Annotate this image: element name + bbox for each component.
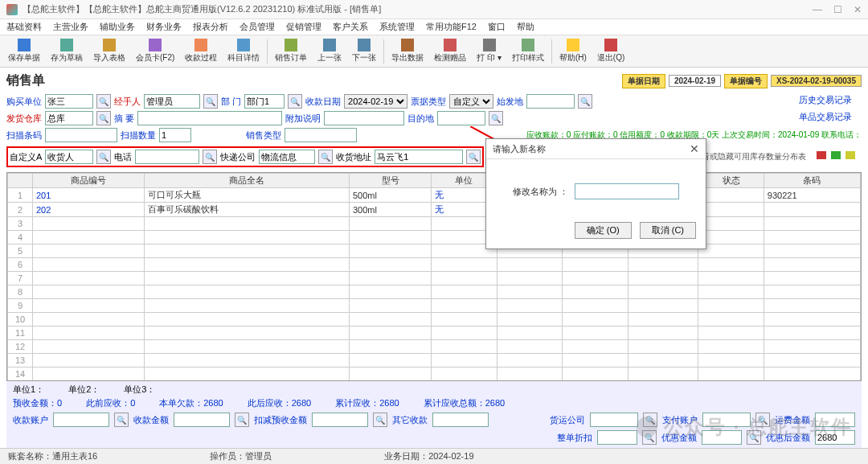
pay-acct-input[interactable] — [702, 413, 751, 427]
toolbar-pay-button[interactable]: 收款过程 — [180, 37, 222, 65]
column-header[interactable]: 条码 — [764, 174, 860, 188]
toolbar-draft-button[interactable]: 存为草稿 — [46, 37, 88, 65]
toolbar-gift-button[interactable]: 检测赠品 — [429, 37, 471, 65]
dept-input[interactable] — [244, 94, 285, 109]
search-icon[interactable]: 🔍 — [288, 94, 302, 109]
recv-addr-input[interactable] — [375, 150, 463, 164]
menu-item[interactable]: 系统管理 — [379, 21, 415, 33]
toolbar-export-button[interactable]: 导出数据 — [387, 37, 428, 65]
table-row[interactable]: 6 — [8, 258, 861, 272]
search-icon[interactable]: 🔍 — [578, 94, 592, 109]
column-header[interactable]: 商品全名 — [145, 174, 350, 188]
search-icon[interactable]: 🔍 — [203, 94, 218, 109]
menu-item[interactable]: 帮助 — [517, 21, 534, 33]
table-row[interactable]: 5 — [8, 244, 861, 258]
column-header[interactable] — [8, 174, 33, 188]
table-row[interactable]: 2202百事可乐碳酸饮料300ml无3300900 — [8, 203, 861, 217]
green-flag-icon[interactable] — [831, 151, 841, 159]
table-row[interactable]: 9 — [8, 299, 861, 313]
toolbar-help-button[interactable]: 帮助(H) — [555, 37, 592, 65]
toolbar-exit-button[interactable]: 退出(Q) — [592, 37, 629, 65]
recv-acct-input[interactable] — [53, 413, 109, 427]
table-row[interactable]: 8 — [8, 285, 861, 299]
search-icon[interactable]: 🔍 — [96, 150, 111, 164]
table-row[interactable]: 10 — [8, 313, 861, 326]
invoice-type-select[interactable]: 自定义 — [449, 94, 493, 109]
table-row[interactable]: 1201可口可乐大瓶500ml无28901780930221 — [8, 188, 861, 203]
search-icon[interactable]: 🔍 — [489, 111, 503, 125]
menu-item[interactable]: 会员管理 — [240, 21, 275, 33]
handler-input[interactable] — [144, 94, 200, 109]
menu-item[interactable]: 辅助业务 — [100, 21, 135, 33]
toolbar-detail-button[interactable]: 科目详情 — [223, 37, 264, 65]
search-icon[interactable]: 🔍 — [466, 150, 481, 164]
sale-type-input[interactable] — [285, 128, 357, 142]
close-icon[interactable]: ✕ — [854, 4, 862, 15]
toolbar-import-button[interactable]: 导入表格 — [88, 37, 130, 65]
other-input[interactable] — [432, 413, 489, 427]
toolbar-next-button[interactable]: 下一张 — [347, 37, 381, 65]
menu-item[interactable]: 报表分析 — [193, 21, 228, 33]
phone-input[interactable] — [135, 150, 199, 164]
search-icon[interactable]: 🔍 — [747, 430, 761, 445]
menu-item[interactable]: 财务业务 — [146, 21, 182, 33]
search-icon[interactable]: 🔍 — [642, 430, 657, 445]
table-row[interactable]: 7 — [8, 272, 861, 285]
custom-a-input[interactable] — [45, 150, 93, 164]
toolbar-prev-button[interactable]: 上一张 — [313, 37, 346, 65]
table-row[interactable]: 4 — [8, 231, 861, 244]
warehouse-input[interactable] — [45, 111, 93, 125]
note-input[interactable] — [324, 111, 404, 125]
table-row[interactable]: 11 — [8, 326, 861, 340]
search-icon[interactable]: 🔍 — [373, 413, 387, 427]
dialog-input[interactable] — [575, 183, 679, 199]
dest-input[interactable] — [437, 111, 485, 125]
column-header[interactable]: 状态 — [698, 174, 764, 188]
menu-item[interactable]: 常用功能F12 — [426, 21, 477, 33]
buyer-input[interactable] — [45, 94, 93, 109]
recv-date-select[interactable]: 2024-02-19 — [344, 94, 407, 109]
search-icon[interactable]: 🔍 — [755, 413, 770, 427]
freight-amt-input[interactable] — [815, 413, 855, 427]
yellow-flag-icon[interactable] — [845, 151, 855, 159]
summary-input[interactable] — [137, 111, 282, 125]
search-icon[interactable]: 🔍 — [643, 413, 657, 427]
cancel-button[interactable]: 取消 (C) — [640, 222, 696, 239]
column-header[interactable]: 商品编号 — [33, 174, 145, 188]
table-row[interactable]: 12 — [8, 340, 861, 354]
toolbar-order-button[interactable]: 销售订单 — [270, 37, 312, 65]
single-link[interactable]: 单品交易记录 — [799, 111, 852, 123]
deduct-input[interactable] — [312, 413, 368, 427]
table-row[interactable]: 14 — [8, 368, 861, 381]
table-row[interactable]: 13 — [8, 354, 861, 368]
scan-input[interactable] — [45, 128, 117, 142]
menu-item[interactable]: 基础资料 — [6, 21, 42, 33]
search-icon[interactable]: 🔍 — [203, 150, 217, 164]
search-icon[interactable]: 🔍 — [96, 111, 111, 125]
red-flag-icon[interactable] — [817, 151, 826, 159]
minimize-icon[interactable]: — — [813, 4, 822, 15]
freight-co-input[interactable] — [590, 413, 638, 427]
search-icon[interactable]: 🔍 — [96, 94, 111, 109]
column-header[interactable]: 型号 — [349, 174, 431, 188]
toolbar-print-button[interactable]: 打 印 ▾ — [472, 37, 506, 65]
table-row[interactable]: 3 — [8, 217, 861, 231]
ship-from-input[interactable] — [526, 94, 575, 109]
pref-amt-input[interactable] — [702, 430, 742, 445]
toolbar-style-button[interactable]: 打印样式 — [507, 37, 549, 65]
menu-item[interactable]: 主营业务 — [53, 21, 88, 33]
express-input[interactable] — [259, 150, 315, 164]
items-grid[interactable]: 商品编号商品全名型号单位数量单价金额状态条码1201可口可乐大瓶500ml无28… — [6, 172, 862, 381]
search-icon[interactable]: 🔍 — [235, 413, 249, 427]
toolbar-save-button[interactable]: 保存单据 — [3, 37, 45, 65]
history-link[interactable]: 历史交易记录 — [799, 94, 852, 106]
toolbar-card-button[interactable]: 会员卡(F2) — [131, 37, 179, 65]
scan-qty-input[interactable] — [159, 128, 191, 142]
after-pref-input[interactable] — [815, 430, 855, 445]
recv-amt-input[interactable] — [174, 413, 230, 427]
menu-item[interactable]: 窗口 — [488, 21, 506, 33]
dialog-close-icon[interactable]: ✕ — [690, 142, 699, 155]
ok-button[interactable]: 确定 (O) — [575, 222, 632, 239]
menu-item[interactable]: 促销管理 — [286, 21, 321, 33]
menu-item[interactable]: 客户关系 — [333, 21, 368, 33]
